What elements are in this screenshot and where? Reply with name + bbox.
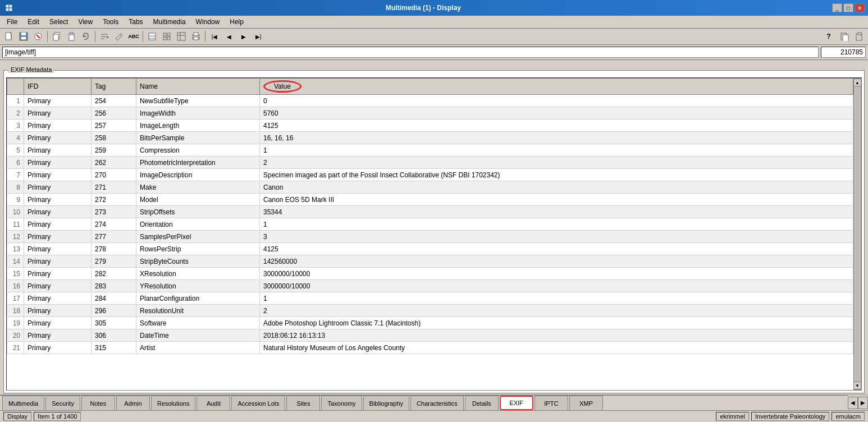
table-row[interactable]: 17 Primary 284 PlanarConfiguration 1 xyxy=(7,292,853,305)
table-row[interactable]: 15 Primary 282 XResolution 3000000/10000 xyxy=(7,268,853,280)
grid-view-button[interactable] xyxy=(160,30,173,43)
table-row[interactable]: 14 Primary 279 StripByteCounts 142560000 xyxy=(7,255,853,268)
print-button[interactable] xyxy=(189,30,203,43)
tab-audit[interactable]: Audit xyxy=(197,396,230,410)
minimize-button[interactable]: _ xyxy=(832,3,842,12)
menu-select[interactable]: Select xyxy=(45,17,72,27)
cell-num: 6 xyxy=(7,157,24,169)
table-row[interactable]: 5 Primary 259 Compression 1 xyxy=(7,144,853,157)
table-row[interactable]: 10 Primary 273 StripOffsets 35344 xyxy=(7,206,853,218)
tab-xmp[interactable]: XMP xyxy=(569,396,603,410)
next-record-button[interactable]: ▶ xyxy=(237,30,250,43)
table-row[interactable]: 19 Primary 305 Software Adobe Photoshop … xyxy=(7,317,853,329)
cell-num: 7 xyxy=(7,169,24,181)
cell-value: Canon EOS 5D Mark III xyxy=(260,194,853,206)
tab-security[interactable]: Security xyxy=(45,396,80,410)
new-button[interactable] xyxy=(2,30,16,43)
menu-help[interactable]: Help xyxy=(225,17,248,27)
table-row[interactable]: 21 Primary 315 Artist Natural History Mu… xyxy=(7,342,853,354)
table-row[interactable]: 16 Primary 283 YResolution 3000000/10000 xyxy=(7,280,853,292)
svg-rect-24 xyxy=(167,33,170,36)
menu-edit[interactable]: Edit xyxy=(23,17,44,27)
tab-bibliography[interactable]: Bibliography xyxy=(363,396,410,410)
cell-name: PlanarConfiguration xyxy=(136,292,260,305)
cell-value: 1 xyxy=(260,292,853,305)
table-row[interactable]: 9 Primary 272 Model Canon EOS 5D Mark II… xyxy=(7,194,853,206)
svg-rect-27 xyxy=(177,33,185,40)
table-view-button[interactable] xyxy=(175,30,188,43)
paste-button[interactable] xyxy=(65,30,78,43)
address-input[interactable] xyxy=(2,47,819,58)
tab-scroll-left[interactable]: ◀ xyxy=(848,397,858,409)
paste2-button[interactable] xyxy=(852,30,866,43)
cell-ifd: Primary xyxy=(24,194,92,206)
list-view-button[interactable] xyxy=(145,30,159,43)
tab-scroll-right[interactable]: ▶ xyxy=(858,397,868,409)
undo-button[interactable] xyxy=(79,30,93,43)
cell-value: 1 xyxy=(260,144,853,157)
last-record-button[interactable]: ▶| xyxy=(252,30,265,43)
app-icon xyxy=(3,2,15,13)
tab-taxonomy[interactable]: Taxonomy xyxy=(321,396,362,410)
scrollbar[interactable]: ▲ ▼ xyxy=(853,78,861,390)
cell-name: YResolution xyxy=(136,280,260,292)
tab-accession-lots[interactable]: Accession Lots xyxy=(231,396,285,410)
save-button[interactable] xyxy=(17,30,30,43)
table-row[interactable]: 7 Primary 270 ImageDescription Specimen … xyxy=(7,169,853,181)
menu-file[interactable]: File xyxy=(2,17,22,27)
table-row[interactable]: 1 Primary 254 NewSubfileType 0 xyxy=(7,95,853,107)
tab-characteristics[interactable]: Characteristics xyxy=(410,396,464,410)
spell-button[interactable]: ABC xyxy=(127,30,140,43)
tab-admin[interactable]: Admin xyxy=(116,396,150,410)
tab-sites[interactable]: Sites xyxy=(286,396,320,410)
cancel-button[interactable] xyxy=(31,30,45,43)
table-row[interactable]: 20 Primary 306 DateTime 2018:06:12 16:13… xyxy=(7,329,853,342)
cell-value: Specimen imaged as part of the Fossil In… xyxy=(260,169,853,181)
scroll-down-arrow[interactable]: ▼ xyxy=(853,382,861,389)
first-record-button[interactable]: |◀ xyxy=(208,30,221,43)
cell-ifd: Primary xyxy=(24,157,92,169)
menu-tabs[interactable]: Tabs xyxy=(124,17,147,27)
cell-name: PhotometricInterpretation xyxy=(136,157,260,169)
status-user: ekrimmel xyxy=(716,412,749,421)
table-row[interactable]: 2 Primary 256 ImageWidth 5760 xyxy=(7,107,853,120)
svg-rect-12 xyxy=(53,34,58,40)
tab-notes[interactable]: Notes xyxy=(81,396,115,410)
maximize-button[interactable]: □ xyxy=(843,3,853,12)
cell-value: 16, 16, 16 xyxy=(260,132,853,144)
tab-details[interactable]: Details xyxy=(465,396,499,410)
prev-record-button[interactable]: ◀ xyxy=(222,30,236,43)
record-number-input[interactable] xyxy=(821,47,866,58)
cell-ifd: Primary xyxy=(24,280,92,292)
copy2-button[interactable] xyxy=(838,30,851,43)
table-row[interactable]: 6 Primary 262 PhotometricInterpretation … xyxy=(7,157,853,169)
table-row[interactable]: 13 Primary 278 RowsPerStrip 4125 xyxy=(7,243,853,255)
menu-view[interactable]: View xyxy=(74,17,97,27)
table-scroll-area[interactable]: IFD Tag Name Value 1 Primary 254 xyxy=(7,78,853,390)
scroll-track[interactable] xyxy=(854,86,861,382)
tab-multimedia[interactable]: Multimedia xyxy=(2,396,44,410)
menu-multimedia[interactable]: Multimedia xyxy=(149,17,190,27)
tab-exif[interactable]: EXIF xyxy=(500,396,533,410)
cell-ifd: Primary xyxy=(24,218,92,231)
cell-tag: 306 xyxy=(92,329,136,342)
table-row[interactable]: 4 Primary 258 BitsPerSample 16, 16, 16 xyxy=(7,132,853,144)
close-button[interactable]: ✕ xyxy=(855,3,865,12)
tab-resolutions[interactable]: Resolutions xyxy=(151,396,195,410)
cell-ifd: Primary xyxy=(24,268,92,280)
sort-button[interactable] xyxy=(98,30,111,43)
table-row[interactable]: 12 Primary 277 SamplesPerPixel 3 xyxy=(7,231,853,243)
tab-iptc[interactable]: IPTC xyxy=(534,396,568,410)
help-button[interactable]: ? xyxy=(821,30,837,43)
menu-tools[interactable]: Tools xyxy=(98,17,123,27)
cell-tag: 256 xyxy=(92,107,136,120)
table-row[interactable]: 3 Primary 257 ImageLength 4125 xyxy=(7,120,853,132)
edit-button[interactable] xyxy=(112,30,126,43)
copy-button[interactable] xyxy=(50,30,63,43)
menu-window[interactable]: Window xyxy=(191,17,225,27)
table-row[interactable]: 11 Primary 274 Orientation 1 xyxy=(7,218,853,231)
scroll-up-arrow[interactable]: ▲ xyxy=(853,79,861,86)
cell-num: 13 xyxy=(7,243,24,255)
table-row[interactable]: 18 Primary 296 ResolutionUnit 2 xyxy=(7,305,853,317)
table-row[interactable]: 8 Primary 271 Make Canon xyxy=(7,181,853,194)
